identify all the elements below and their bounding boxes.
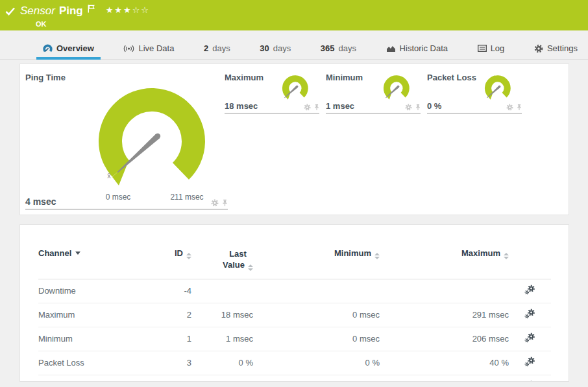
gear-icon[interactable] xyxy=(304,104,311,111)
maximum-gauge xyxy=(278,73,310,105)
ping-time-panel: Ping Time 0 msec 211 msec x̄ 4 msec xyxy=(25,73,228,210)
gear-icon[interactable] xyxy=(211,199,219,207)
gauge-arc xyxy=(80,75,223,205)
column-label: Value xyxy=(223,260,245,270)
column-header-id[interactable]: ID xyxy=(159,225,191,279)
tab-2-days[interactable]: 2 days xyxy=(197,41,237,59)
channel-last-value: 18 msec xyxy=(191,303,253,327)
channel-settings-icon[interactable] xyxy=(524,357,535,367)
sort-icon[interactable] xyxy=(504,253,509,259)
channels-table: Channel ID Last Value Minimum Maximum xyxy=(38,225,551,382)
channel-minimum xyxy=(253,279,380,303)
channel-maximum: 211 msec xyxy=(380,375,509,382)
tab-label: Historic Data xyxy=(400,43,448,53)
column-header-maximum[interactable]: Maximum xyxy=(380,225,509,279)
channel-minimum: 0 msec xyxy=(253,303,380,327)
sensor-type-label: Sensor xyxy=(20,5,55,18)
mini-gauge-panels: Maximum 18 msec xyxy=(225,73,522,114)
status-badge: OK xyxy=(36,20,588,28)
channel-name: Minimum xyxy=(38,327,159,351)
pin-icon[interactable] xyxy=(517,104,522,111)
channel-name: Maximum xyxy=(38,303,159,327)
tab-label: days xyxy=(273,43,291,53)
channel-name: Packet Loss xyxy=(38,351,159,375)
channel-settings-icon[interactable] xyxy=(524,381,535,382)
maximum-panel: Maximum 18 msec xyxy=(225,73,319,114)
tab-log[interactable]: Log xyxy=(471,41,511,59)
tab-settings[interactable]: Settings xyxy=(528,41,584,59)
table-row: Ping Time 0 4 msec 0 msec 211 msec xyxy=(38,375,551,382)
gear-icon[interactable] xyxy=(506,104,513,111)
gauge-average-marker: x̄ xyxy=(107,172,111,180)
channel-id: 3 xyxy=(159,351,191,375)
column-header-minimum[interactable]: Minimum xyxy=(253,225,380,279)
tab-overview[interactable]: Overview xyxy=(36,41,101,59)
tab-number: 30 xyxy=(260,43,269,53)
column-label: Channel xyxy=(38,248,71,258)
channel-last-value xyxy=(191,279,253,303)
pin-icon[interactable] xyxy=(415,104,421,111)
tab-number: 365 xyxy=(321,43,335,53)
tab-label: Settings xyxy=(547,43,578,53)
check-ok-icon xyxy=(5,7,16,16)
column-header-actions xyxy=(509,225,551,279)
priority-stars[interactable]: ★★★☆☆ xyxy=(106,5,150,15)
column-header-channel[interactable]: Channel xyxy=(38,225,159,279)
channel-maximum: 291 msec xyxy=(380,303,509,327)
pin-icon[interactable] xyxy=(222,199,228,207)
sensor-name: Ping xyxy=(59,5,83,18)
tab-label: days xyxy=(212,43,230,53)
table-row: Maximum 2 18 msec 0 msec 291 msec xyxy=(38,303,551,327)
sort-desc-icon[interactable] xyxy=(75,252,80,255)
packet-loss-gauge xyxy=(480,73,513,105)
column-label: Last xyxy=(229,249,247,259)
ping-time-value: 4 msec xyxy=(25,196,56,207)
minimum-value: 1 msec xyxy=(326,101,354,111)
channel-settings-icon[interactable] xyxy=(524,285,535,295)
tab-30-days[interactable]: 30 days xyxy=(253,41,297,59)
column-label: Maximum xyxy=(461,248,500,258)
tab-label: days xyxy=(339,43,356,53)
channel-id: 0 xyxy=(159,375,191,382)
minimum-panel: Minimum 1 msec xyxy=(326,73,421,114)
column-label: Minimum xyxy=(334,248,371,258)
channel-last-value: 0 % xyxy=(191,351,253,375)
channel-id: 2 xyxy=(159,303,191,327)
sort-icon[interactable] xyxy=(374,253,380,259)
channel-maximum: 206 msec xyxy=(380,327,509,351)
tab-historic-data[interactable]: Historic Data xyxy=(380,41,454,59)
sort-icon[interactable] xyxy=(186,253,191,259)
channel-settings-icon[interactable] xyxy=(524,309,535,319)
overview-gauges-card: Ping Time 0 msec 211 msec x̄ 4 msec xyxy=(19,64,569,215)
sensor-header: Sensor Ping ★★★☆☆ OK xyxy=(0,0,588,30)
broadcast-icon xyxy=(123,45,134,53)
sort-icon[interactable] xyxy=(248,264,253,271)
tab-365-days[interactable]: 365 days xyxy=(314,41,363,59)
channel-settings-icon[interactable] xyxy=(524,333,535,343)
gauge-icon xyxy=(43,44,53,53)
channels-table-card: Channel ID Last Value Minimum Maximum xyxy=(19,224,569,382)
tab-bar: Overview Live Data 2 days 30 days 365 da… xyxy=(0,41,588,60)
tab-label: Live Data xyxy=(138,43,174,53)
log-icon xyxy=(478,45,487,52)
channel-maximum xyxy=(380,279,509,303)
historic-data-icon xyxy=(386,45,396,53)
packet-loss-value: 0 % xyxy=(427,101,441,111)
pin-icon[interactable] xyxy=(314,104,319,111)
gear-icon[interactable] xyxy=(405,104,412,111)
table-row: Downtime -4 xyxy=(38,279,551,303)
channel-minimum: 0 msec xyxy=(253,375,380,382)
column-label: ID xyxy=(175,248,183,258)
tab-number: 2 xyxy=(204,43,208,53)
channel-id: -4 xyxy=(159,279,191,303)
tab-live-data[interactable]: Live Data xyxy=(117,41,180,59)
channel-name: Ping Time xyxy=(38,375,159,382)
channel-last-value: 1 msec xyxy=(191,327,253,351)
flag-icon[interactable] xyxy=(88,5,95,13)
channel-id: 1 xyxy=(159,327,191,351)
table-header-row: Channel ID Last Value Minimum Maximum xyxy=(38,225,551,279)
panel-footer: 4 msec xyxy=(25,196,228,210)
column-header-last-value[interactable]: Last Value xyxy=(191,225,253,279)
table-row: Minimum 1 1 msec 0 msec 206 msec xyxy=(38,327,551,351)
gear-icon xyxy=(534,44,543,53)
